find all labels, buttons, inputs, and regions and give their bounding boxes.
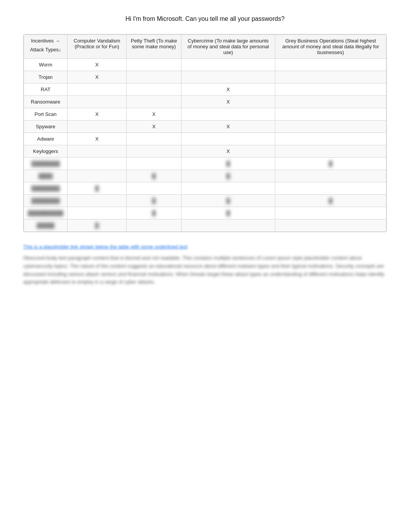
incentives-label: Incentives → — [28, 38, 63, 44]
row-data-cell: █ — [181, 158, 275, 170]
row-data-cell: X — [68, 59, 127, 71]
table-row: ██████████ — [24, 158, 386, 170]
table-row: Port ScanXX — [24, 108, 386, 121]
row-data-cell: █ — [127, 195, 181, 207]
row-data-cell: X — [181, 96, 275, 108]
table-row: AdwareX — [24, 133, 386, 145]
row-data-cell — [181, 71, 275, 83]
row-data-cell — [181, 108, 275, 121]
row-data-cell: █ — [127, 170, 181, 182]
row-data-cell: █ — [275, 158, 386, 170]
row-data-cell — [127, 182, 181, 195]
row-data-cell — [68, 170, 127, 182]
row-data-cell — [68, 158, 127, 170]
row-data-cell — [181, 219, 275, 232]
table-row: ███████████ — [24, 195, 386, 207]
row-data-cell: █ — [181, 207, 275, 219]
row-data-cell — [275, 207, 386, 219]
row-name-cell: Keyloggers — [24, 145, 68, 158]
table-row: ████████████ — [24, 207, 386, 219]
row-data-cell — [275, 96, 386, 108]
row-data-cell: X — [127, 108, 181, 121]
table-row: RansomwareX — [24, 96, 386, 108]
row-name-cell: Adware — [24, 133, 68, 145]
table-row: ██████ — [24, 170, 386, 182]
bottom-text: Obscured body text paragraph content tha… — [23, 254, 387, 286]
row-data-cell: X — [68, 133, 127, 145]
row-data-cell: █ — [181, 170, 275, 182]
row-name-cell: █████ — [24, 219, 68, 232]
row-data-cell — [275, 108, 386, 121]
row-data-cell: █ — [127, 207, 181, 219]
table-row: TrojanX — [24, 71, 386, 83]
row-data-cell — [68, 195, 127, 207]
row-data-cell — [181, 59, 275, 71]
page-title: Hi I'm from Microsoft. Can you tell me a… — [23, 15, 387, 22]
row-name-cell: Worm — [24, 59, 68, 71]
row-data-cell — [127, 71, 181, 83]
table-row: KeyloggersX — [24, 145, 386, 158]
row-data-cell — [68, 207, 127, 219]
row-data-cell: X — [181, 121, 275, 133]
row-data-cell — [127, 219, 181, 232]
col1-header: Computer Vandalism (Practice or for Fun) — [68, 35, 127, 59]
row-name-cell: ████████ — [24, 182, 68, 195]
row-data-cell — [68, 121, 127, 133]
row-data-cell: █ — [68, 219, 127, 232]
row-data-cell — [275, 121, 386, 133]
main-table-container: Incentives → Attack Types↓ Computer Vand… — [23, 34, 387, 232]
row-data-cell — [275, 133, 386, 145]
row-data-cell — [275, 145, 386, 158]
row-name-cell: Port Scan — [24, 108, 68, 121]
row-data-cell: X — [68, 71, 127, 83]
row-data-cell — [275, 219, 386, 232]
attack-types-label: Attack Types↓ — [28, 47, 63, 53]
row-name-cell: ██████████ — [24, 207, 68, 219]
row-data-cell: X — [68, 108, 127, 121]
row-data-cell: █ — [181, 195, 275, 207]
table-row: RATX — [24, 83, 386, 96]
col3-header: Cybercrime (To make large amounts of mon… — [181, 35, 275, 59]
bottom-link[interactable]: This is a placeholder link shown below t… — [23, 244, 387, 250]
row-data-cell — [68, 145, 127, 158]
row-data-cell: █ — [68, 182, 127, 195]
row-name-cell: Spyware — [24, 121, 68, 133]
row-data-cell — [127, 83, 181, 96]
table-row: ██████ — [24, 219, 386, 232]
row-name-cell: Ransomware — [24, 96, 68, 108]
row-name-cell: ████ — [24, 170, 68, 182]
table-row: WormX — [24, 59, 386, 71]
table-body: WormXTrojanXRATXRansomwareXPort ScanXXSp… — [24, 59, 386, 232]
row-name-cell: ████████ — [24, 195, 68, 207]
row-data-cell — [275, 83, 386, 96]
row-data-cell — [68, 83, 127, 96]
row-name-cell: RAT — [24, 83, 68, 96]
row-data-cell — [275, 182, 386, 195]
bottom-section: This is a placeholder link shown below t… — [23, 244, 387, 286]
row-data-cell: X — [127, 121, 181, 133]
table-row: █████████ — [24, 182, 386, 195]
attack-types-table: Incentives → Attack Types↓ Computer Vand… — [24, 34, 386, 232]
row-data-cell — [275, 59, 386, 71]
row-data-cell — [127, 96, 181, 108]
row-data-cell — [127, 59, 181, 71]
table-row: SpywareXX — [24, 121, 386, 133]
table-header-row: Incentives → Attack Types↓ Computer Vand… — [24, 35, 386, 59]
row-data-cell — [127, 133, 181, 145]
row-data-cell — [127, 145, 181, 158]
row-data-cell — [127, 158, 181, 170]
col4-header: Grey Business Operations (Steal highest … — [275, 35, 386, 59]
row-data-cell: █ — [275, 195, 386, 207]
row-data-cell — [68, 96, 127, 108]
row-data-cell: X — [181, 145, 275, 158]
row-data-cell — [275, 170, 386, 182]
row-name-cell: Trojan — [24, 71, 68, 83]
row-data-cell — [181, 133, 275, 145]
col2-header: Petty Theft (To make some make money) — [127, 35, 181, 59]
row-data-cell — [181, 182, 275, 195]
row-data-cell: X — [181, 83, 275, 96]
header-label-cell: Incentives → Attack Types↓ — [24, 35, 68, 59]
row-data-cell — [275, 71, 386, 83]
row-name-cell: ████████ — [24, 158, 68, 170]
